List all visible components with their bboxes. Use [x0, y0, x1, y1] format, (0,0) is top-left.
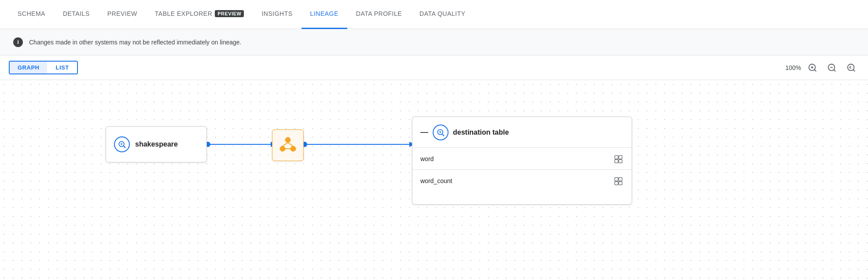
svg-rect-31	[615, 178, 618, 181]
lineage-graph: shakespeare —	[0, 80, 868, 279]
zoom-controls: 100%	[785, 60, 859, 76]
tab-insights[interactable]: INSIGHTS	[253, 0, 301, 29]
svg-rect-27	[615, 155, 618, 159]
info-bar: i Changes made in other systems may not …	[0, 29, 868, 55]
source-node-label: shakespeare	[135, 140, 178, 148]
word-lineage-icon[interactable]	[613, 154, 624, 164]
destination-node[interactable]: — destination table word	[412, 117, 632, 205]
table-explorer-preview-badge: PREVIEW	[215, 10, 244, 17]
tab-data-profile[interactable]: DATA PROFILE	[347, 0, 411, 29]
destination-node-icon	[433, 125, 449, 140]
svg-point-17	[285, 137, 291, 143]
destination-field-word-count: word_count	[420, 177, 452, 184]
svg-rect-32	[619, 178, 622, 181]
svg-line-8	[853, 70, 855, 71]
tab-bar: SCHEMA DETAILS PREVIEW TABLE EXPLORER PR…	[0, 0, 868, 29]
controls-bar: GRAPH LIST 100%	[0, 55, 868, 80]
svg-rect-28	[619, 155, 622, 159]
tab-table-explorer-label: TABLE EXPLORER	[155, 10, 212, 17]
svg-point-7	[848, 64, 854, 70]
info-icon: i	[13, 37, 23, 47]
tab-preview[interactable]: PREVIEW	[99, 0, 146, 29]
source-node-icon	[114, 136, 130, 152]
tab-data-quality[interactable]: DATA QUALITY	[411, 0, 474, 29]
svg-line-5	[834, 70, 835, 71]
graph-canvas[interactable]: shakespeare —	[0, 80, 868, 279]
transform-node[interactable]	[272, 129, 304, 161]
tab-lineage[interactable]: LINEAGE	[302, 0, 347, 29]
zoom-in-button[interactable]	[805, 60, 820, 76]
zoom-level: 100%	[785, 64, 801, 71]
destination-row-word-count[interactable]: word_count	[412, 170, 632, 192]
svg-rect-34	[619, 182, 622, 185]
destination-dash: —	[420, 128, 428, 137]
tab-schema[interactable]: SCHEMA	[9, 0, 54, 29]
info-message: Changes made in other systems may not be…	[29, 39, 241, 46]
destination-field-word: word	[420, 155, 434, 162]
tab-table-explorer[interactable]: TABLE EXPLORER PREVIEW	[146, 0, 253, 29]
svg-line-21	[288, 143, 293, 146]
svg-rect-30	[619, 159, 622, 163]
destination-row-word[interactable]: word	[412, 148, 632, 170]
transform-icon	[278, 136, 298, 155]
tab-details[interactable]: DETAILS	[54, 0, 99, 29]
svg-rect-33	[615, 182, 618, 185]
svg-rect-29	[615, 159, 618, 163]
svg-line-24	[442, 134, 444, 136]
destination-node-header: — destination table	[412, 117, 632, 148]
zoom-reset-button[interactable]	[843, 60, 859, 76]
svg-line-20	[283, 143, 288, 146]
list-view-button[interactable]: LIST	[48, 62, 77, 73]
destination-node-label: destination table	[453, 128, 509, 136]
svg-line-14	[124, 146, 125, 148]
graph-view-button[interactable]: GRAPH	[10, 62, 47, 73]
word-count-lineage-icon[interactable]	[613, 176, 624, 186]
source-node[interactable]: shakespeare	[106, 126, 207, 162]
view-toggle: GRAPH LIST	[9, 61, 78, 74]
svg-line-1	[814, 70, 816, 71]
zoom-out-button[interactable]	[824, 60, 840, 76]
